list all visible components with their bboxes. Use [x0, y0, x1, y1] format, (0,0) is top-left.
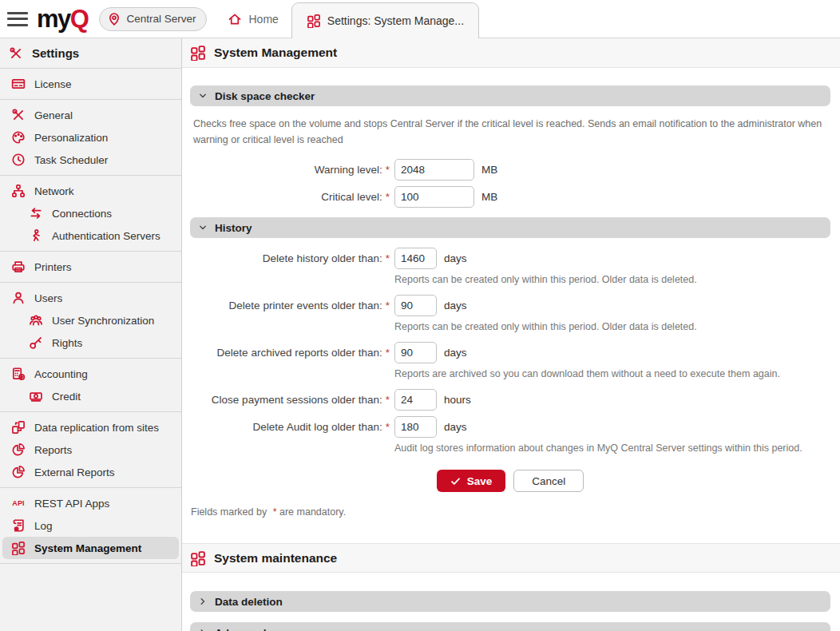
field-input-delete-printer-events-older-than[interactable] — [394, 295, 437, 316]
sidebar-item-reports[interactable]: Reports — [2, 439, 179, 461]
form-row-delete-printer-events-older-than: Delete printer events older than:*days — [190, 295, 830, 316]
field-label: Close payment sessions older than:* — [190, 394, 390, 406]
form-actions: Save Cancel — [190, 470, 830, 492]
disk-space-checker-title: Disk space checker — [215, 90, 315, 102]
field-help-text: Reports can be created only within this … — [394, 274, 830, 285]
field-input-delete-audit-log-older-than[interactable] — [394, 416, 437, 438]
logo-text-q: Q — [70, 5, 89, 33]
topbar: myQ Central Server HomeSettings: System … — [0, 0, 840, 38]
sidebar-item-personalization[interactable]: Personalization — [2, 126, 179, 149]
sidebar-item-authentication-servers[interactable]: Authentication Servers — [2, 224, 179, 247]
history-title: History — [215, 222, 252, 234]
chevron-right-icon — [197, 596, 208, 607]
calculator-icon — [11, 367, 26, 381]
form-row-delete-history-older-than: Delete history older than:*days — [190, 248, 830, 269]
grid-icon — [190, 45, 206, 61]
pie-chart-icon — [11, 465, 26, 479]
sidebar-item-label: Log — [34, 520, 53, 532]
sidebar-item-data-replication-from-sites[interactable]: Data replication from sites — [2, 416, 179, 439]
required-asterisk: * — [386, 421, 390, 433]
tab-label: Settings: System Manage... — [327, 14, 464, 27]
page-title-2: System maintenance — [214, 551, 337, 566]
sidebar-item-rights[interactable]: Rights — [2, 331, 179, 354]
sidebar-item-credit[interactable]: Credit — [2, 385, 179, 407]
sidebar-item-users[interactable]: Users — [2, 287, 179, 309]
sidebar-item-general[interactable]: General — [2, 104, 179, 126]
tab-home[interactable]: Home — [215, 0, 291, 38]
sidebar-item-label: Rights — [52, 337, 82, 349]
pie-chart-icon — [11, 442, 26, 457]
sidebar-title: Settings — [0, 38, 181, 68]
chevron-down-icon — [197, 90, 208, 101]
license-icon — [11, 77, 26, 91]
arrows-swap-icon — [29, 206, 43, 220]
sidebar-item-network[interactable]: Network — [2, 180, 179, 202]
sidebar-item-user-synchronization[interactable]: User Synchronization — [2, 309, 179, 331]
tools-icon — [9, 46, 23, 61]
sidebar-item-external-reports[interactable]: External Reports — [2, 461, 179, 483]
required-asterisk: * — [386, 164, 390, 176]
api-icon: API — [11, 496, 26, 510]
disk-space-checker-header[interactable]: Disk space checker — [190, 85, 830, 106]
field-input-critical-level[interactable] — [394, 186, 474, 208]
key-icon — [29, 335, 43, 350]
checkmark-icon — [450, 476, 461, 486]
sidebar-item-task-scheduler[interactable]: Task Scheduler — [2, 149, 179, 171]
sidebar-item-label: Connections — [52, 208, 112, 220]
form-row-close-payment-sessions-older-than: Close payment sessions older than:*hours — [190, 389, 830, 411]
collapsed-section-data-deletion[interactable]: Data deletion — [190, 591, 830, 612]
tab-settings-system-manage[interactable]: Settings: System Manage... — [291, 2, 479, 38]
cancel-button[interactable]: Cancel — [513, 470, 584, 492]
sidebar-group: License — [0, 69, 181, 99]
field-input-delete-history-older-than[interactable] — [394, 248, 437, 269]
sidebar-item-accounting[interactable]: Accounting — [2, 363, 179, 385]
grid-icon — [190, 550, 206, 566]
field-input-close-payment-sessions-older-than[interactable] — [394, 389, 437, 411]
menu-icon[interactable] — [7, 12, 28, 26]
sidebar-item-label: Personalization — [34, 132, 108, 144]
history-header[interactable]: History — [190, 217, 830, 238]
sidebar-item-label: User Synchronization — [52, 315, 154, 327]
field-unit: days — [444, 347, 467, 359]
server-selector-button[interactable]: Central Server — [99, 7, 207, 31]
sidebar-item-log[interactable]: Log — [2, 514, 179, 537]
sidebar-item-label: Accounting — [34, 368, 88, 380]
mandatory-note: Fields marked by * are mandatory. — [190, 506, 830, 518]
history-fields: Delete history older than:*daysReports c… — [190, 248, 830, 454]
sidebar-item-label: Authentication Servers — [52, 230, 160, 242]
settings-panel: Disk space checker Checks free space on … — [182, 68, 840, 518]
users-group-icon — [29, 313, 43, 327]
sidebar-item-license[interactable]: License — [2, 73, 179, 95]
sidebar-item-connections[interactable]: Connections — [2, 202, 179, 224]
clock-icon — [11, 153, 26, 167]
field-input-warning-level[interactable] — [394, 159, 474, 181]
tab-label: Home — [248, 13, 278, 26]
required-asterisk: * — [386, 300, 390, 312]
tab-bar: HomeSettings: System Manage... — [215, 0, 479, 38]
form-row-warning-level: Warning level:*MB — [190, 159, 830, 181]
field-label: Warning level:* — [190, 164, 390, 176]
required-asterisk: * — [386, 252, 390, 264]
sidebar-item-system-management[interactable]: System Management — [2, 537, 179, 559]
location-pin-icon — [107, 12, 121, 26]
sidebar-item-rest-api-apps[interactable]: APIREST API Apps — [2, 492, 179, 514]
sidebar-item-label: Network — [34, 185, 74, 197]
save-button[interactable]: Save — [437, 470, 506, 492]
required-asterisk: * — [386, 347, 390, 359]
collapsed-section-advanced[interactable]: Advanced — [190, 622, 830, 631]
maintenance-panel: Data deletionAdvanced — [182, 573, 840, 631]
sidebar-group: APIREST API AppsLogSystem Management — [0, 488, 181, 563]
field-input-delete-archived-reports-older-than[interactable] — [394, 342, 437, 363]
log-icon — [11, 518, 26, 533]
tools-icon — [11, 108, 26, 122]
server-selector-label: Central Server — [126, 13, 196, 25]
sidebar-group: AccountingCredit — [0, 359, 181, 411]
home-icon — [228, 12, 242, 26]
sidebar: Settings LicenseGeneralPersonalizationTa… — [0, 38, 182, 631]
field-unit: days — [444, 421, 467, 433]
sidebar-item-printers[interactable]: Printers — [2, 256, 179, 278]
grid-icon — [11, 541, 26, 555]
field-unit: MB — [481, 164, 497, 176]
myq-logo: myQ — [37, 6, 88, 31]
field-unit: hours — [444, 394, 471, 406]
